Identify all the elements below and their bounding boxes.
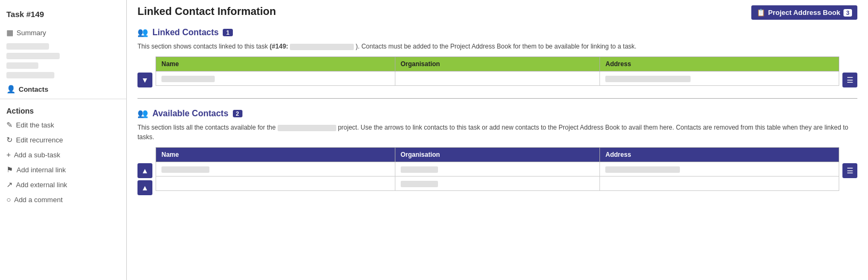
available-contact-row-2 <box>156 177 839 191</box>
sidebar-item-contacts[interactable]: 👤 Contacts <box>0 82 126 97</box>
linked-contacts-col-name: Name <box>156 57 395 71</box>
linked-contact-org <box>395 71 600 86</box>
available-contacts-table: Name Organisation Address <box>156 147 839 191</box>
available-arrow-buttons: ▲ ▲ <box>137 163 152 195</box>
add-internal-link-icon: ⚑ <box>6 165 13 174</box>
sidebar-item-add-subtask[interactable]: + Add a sub-task <box>0 147 126 162</box>
available-contacts-badge: 2 <box>233 110 242 117</box>
available-contact-2-org <box>395 177 600 191</box>
available-contacts-col-addr: Address <box>600 148 839 162</box>
linked-contact-addr-blurred <box>605 76 691 82</box>
linked-contacts-heading-text: Linked Contacts <box>152 28 218 37</box>
section-divider <box>137 98 857 99</box>
sidebar-divider <box>0 99 126 99</box>
add-external-link-icon: ↗ <box>6 180 13 189</box>
available-contact-1-name <box>156 162 395 177</box>
sidebar: Task #149 ▦ Summary 👤 Contacts Actions ✎… <box>0 0 127 280</box>
available-contacts-desc: This section lists all the contacts avai… <box>137 123 857 142</box>
linked-contact-address <box>600 71 839 86</box>
available-contacts-col-org: Organisation <box>395 148 600 162</box>
linked-contacts-table-wrapper: ▼ Name Organisation Address <box>137 57 857 87</box>
linked-contacts-badge: 1 <box>223 29 232 36</box>
sidebar-item-summary[interactable]: ▦ Summary <box>0 25 126 40</box>
contacts-icon: 👤 <box>6 85 15 93</box>
sidebar-item-add-comment[interactable]: ○ Add a comment <box>0 192 126 207</box>
available-contact-2-name <box>156 177 395 191</box>
linked-contacts-col-addr: Address <box>600 57 839 71</box>
sidebar-item-add-internal-link[interactable]: ⚑ Add internal link <box>0 162 126 177</box>
available-contact-1-addr <box>600 162 839 177</box>
sidebar-blurred-3 <box>6 62 38 69</box>
add-subtask-icon: + <box>6 150 11 159</box>
available-contacts-header-row: Name Organisation Address <box>156 148 839 162</box>
sidebar-item-add-external-link[interactable]: ↗ Add external link <box>0 177 126 192</box>
available-contacts-icon: 👥 <box>137 108 148 118</box>
available-contact-1-addr-blurred <box>605 166 680 173</box>
sidebar-blurred-2 <box>6 53 60 59</box>
sidebar-blurred-1 <box>6 43 49 50</box>
linked-contacts-col-org: Organisation <box>395 57 600 71</box>
add-comment-label: Add a comment <box>14 196 62 204</box>
sidebar-item-contacts-label: Contacts <box>19 85 48 93</box>
linked-contact-row <box>156 71 839 86</box>
linked-contacts-desc: This section shows contacts linked to th… <box>137 42 857 51</box>
add-internal-link-label: Add internal link <box>17 166 66 174</box>
available-contact-row-1 <box>156 162 839 177</box>
link-contact-1-button[interactable]: ▲ <box>137 163 152 178</box>
task-ref: (#149: <box>270 43 288 50</box>
linked-contacts-header-row: Name Organisation Address <box>156 57 839 71</box>
available-project-name-blurred <box>278 125 336 131</box>
project-address-book-badge: 3 <box>843 9 852 17</box>
linked-contact-detail-button[interactable]: ☰ <box>842 73 857 87</box>
project-address-book-button[interactable]: 📋 Project Address Book 3 <box>751 5 857 20</box>
add-subtask-label: Add a sub-task <box>14 151 60 159</box>
linked-contact-name <box>156 71 395 86</box>
edit-task-icon: ✎ <box>6 121 13 129</box>
actions-section-label: Actions <box>0 101 126 117</box>
main-content: Linked Contact Information 📋 Project Add… <box>127 0 868 280</box>
page-title: Linked Contact Information <box>137 5 276 18</box>
linked-contact-name-blurred <box>161 76 215 82</box>
available-contact-1-org <box>395 162 600 177</box>
sidebar-item-edit-task[interactable]: ✎ Edit the task <box>0 117 126 132</box>
linked-contacts-heading: 👥 Linked Contacts 1 <box>137 27 857 37</box>
sidebar-title: Task #149 <box>0 5 126 25</box>
available-contacts-col-name: Name <box>156 148 395 162</box>
available-contacts-desc-start: This section lists all the contacts avai… <box>137 124 278 131</box>
add-external-link-label: Add external link <box>16 181 67 189</box>
available-contact-1-name-blurred <box>161 166 209 173</box>
add-comment-icon: ○ <box>6 195 11 204</box>
sidebar-item-edit-recurrence[interactable]: ↻ Edit recurrence <box>0 132 126 147</box>
main-header: Linked Contact Information 📋 Project Add… <box>137 5 857 20</box>
linked-contacts-icon: 👥 <box>137 27 148 37</box>
available-contacts-heading-text: Available Contacts <box>152 109 229 118</box>
available-contact-1-org-blurred <box>401 166 438 173</box>
linked-contacts-table: Name Organisation Address <box>156 57 839 86</box>
linked-contacts-desc-end: ). Contacts must be added to the Project… <box>355 43 636 50</box>
edit-task-label: Edit the task <box>16 121 54 129</box>
available-contact-detail-button[interactable]: ☰ <box>842 163 857 178</box>
available-contact-2-org-blurred <box>401 181 438 187</box>
available-contact-2-addr <box>600 177 839 191</box>
available-contacts-heading: 👥 Available Contacts 2 <box>137 108 857 118</box>
linked-contacts-desc-start: This section shows contacts linked to th… <box>137 43 270 50</box>
edit-recurrence-label: Edit recurrence <box>16 136 63 144</box>
task-name-blurred <box>290 44 354 50</box>
sidebar-item-summary-label: Summary <box>17 29 46 37</box>
project-address-book-label: Project Address Book <box>768 9 840 17</box>
project-address-book-icon: 📋 <box>757 9 765 17</box>
summary-icon: ▦ <box>6 28 13 37</box>
unlink-contact-button[interactable]: ▼ <box>137 73 152 87</box>
sidebar-blurred-4 <box>6 72 54 78</box>
available-contacts-table-wrapper: ▲ ▲ Name Organisation Address <box>137 147 857 195</box>
link-contact-2-button[interactable]: ▲ <box>137 180 152 195</box>
edit-recurrence-icon: ↻ <box>6 135 13 144</box>
